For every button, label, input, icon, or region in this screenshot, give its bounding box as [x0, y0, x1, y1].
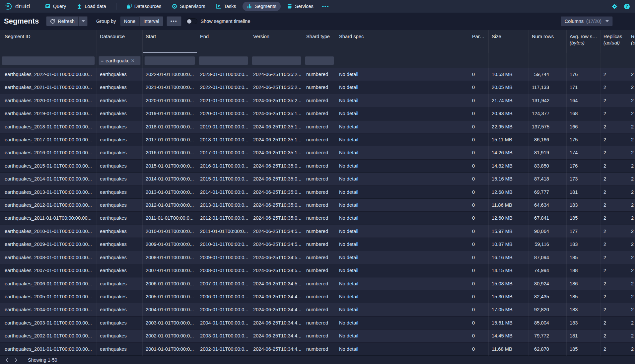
columns-button[interactable]: Columns (17/20) [561, 16, 613, 26]
column-header-version[interactable]: Version [250, 30, 303, 53]
group-by-label: Group by [96, 19, 116, 24]
table-row: earthquakes_2011-01-01T00:00:00.00...ear… [0, 212, 635, 225]
cell-segment-id[interactable]: earthquakes_2021-01-01T00:00:00.00... [0, 81, 97, 94]
filter-input-segment-id[interactable] [2, 56, 95, 65]
group-by-option-none[interactable]: None [120, 16, 140, 26]
nav-item-supervisors[interactable]: Supervisors [168, 2, 210, 11]
help-icon[interactable]: ? [624, 4, 630, 9]
cell-segment-id[interactable]: earthquakes_2015-01-01T00:00:00.00... [0, 160, 97, 173]
nav-item-tasks[interactable]: Tasks [212, 2, 241, 11]
column-header-shard-type[interactable]: Shard type [303, 30, 336, 53]
cell-segment-id[interactable]: earthquakes_2020-01-01T00:00:00.00... [0, 94, 97, 107]
group-by-button-group: NoneInterval [120, 16, 163, 26]
column-label: Shard type [306, 34, 333, 40]
column-label: End [200, 34, 247, 40]
cell-avg-row-size: 174 [567, 146, 600, 159]
chevron-right-icon [14, 358, 18, 362]
column-header-partition[interactable]: Partition [469, 30, 489, 53]
cell-segment-id[interactable]: earthquakes_2022-01-01T00:00:00.00... [0, 68, 97, 81]
cell-size: 11.86 MB [489, 199, 529, 212]
column-header-avg-row-size[interactable]: Avg. row size(bytes) [567, 30, 600, 53]
cell-segment-id[interactable]: earthquakes_2006-01-01T00:00:00.00... [0, 277, 97, 290]
nav-item-load-data[interactable]: Load data [72, 2, 110, 11]
cell-shard-type: numbered [303, 133, 336, 146]
cell-segment-id[interactable]: earthquakes_2014-01-01T00:00:00.00... [0, 173, 97, 185]
cell-datasource: earthquakes [97, 107, 143, 120]
filter-input-version[interactable] [252, 56, 301, 65]
cell-segment-id[interactable]: earthquakes_2002-01-01T00:00:00.00... [0, 329, 97, 342]
cell-segment-id[interactable]: earthquakes_2011-01-01T00:00:00.00... [0, 212, 97, 225]
refresh-split-button: Refresh [46, 16, 88, 26]
cell-datasource: earthquakes [97, 343, 143, 356]
cell-partition: 0 [469, 94, 489, 107]
column-header-size[interactable]: Size [489, 30, 529, 53]
equals-icon: = [101, 58, 104, 63]
nav-item-query[interactable]: Query [41, 2, 71, 11]
previous-page-button[interactable] [3, 356, 11, 364]
cell-replicas: 2 [600, 329, 628, 342]
next-page-button[interactable] [11, 356, 20, 364]
cell-start: 2020-01-01T00:00:0... [143, 94, 197, 107]
refresh-button[interactable]: Refresh [46, 16, 79, 26]
filter-input-shard-type[interactable] [305, 56, 334, 65]
group-by-option-interval[interactable]: Interval [139, 16, 163, 26]
cell-replicas: 2 [600, 225, 628, 238]
cell-segment-id[interactable]: earthquakes_2013-01-01T00:00:00.00... [0, 186, 97, 199]
datasource-filter-chip[interactable]: =earthquake✕ [99, 56, 141, 65]
cell-avg-row-size: 181 [567, 329, 600, 342]
cell-segment-id[interactable]: earthquakes_2016-01-01T00:00:00.00... [0, 146, 97, 159]
cell-num-rows: 59,744 [529, 68, 567, 81]
refresh-options-button[interactable] [79, 16, 88, 26]
remove-filter-icon[interactable]: ✕ [131, 58, 135, 63]
cell-segment-id[interactable]: earthquakes_2003-01-01T00:00:00.00... [0, 317, 97, 329]
cell-segment-id[interactable]: earthquakes_2001-01-01T00:00:00.00... [0, 343, 97, 356]
table-row: earthquakes_2014-01-01T00:00:00.00...ear… [0, 173, 635, 185]
cell-version: 2024-06-25T10:35:2... [250, 81, 303, 94]
column-header-segment-id[interactable]: Segment ID [0, 30, 97, 53]
table-row: earthquakes_2006-01-01T00:00:00.00...ear… [0, 277, 635, 290]
cell-datasource: earthquakes [97, 173, 143, 185]
cell-end: 2008-01-01T00:00:0... [197, 264, 250, 277]
column-header-shard-spec[interactable]: Shard spec [336, 30, 469, 53]
nav-item-services[interactable]: Services [283, 2, 318, 11]
cell-segment-id[interactable]: earthquakes_2009-01-01T00:00:00.00... [0, 238, 97, 251]
segments-toolbar: Segments Refresh Group by NoneInterval •… [0, 13, 635, 30]
cell-replication-factor: 2 [628, 303, 635, 316]
segment-timeline-toggle[interactable] [186, 18, 197, 24]
column-header-end[interactable]: End [197, 30, 250, 53]
cell-segment-id[interactable]: earthquakes_2008-01-01T00:00:00.00... [0, 251, 97, 264]
column-header-start[interactable]: Start [143, 30, 197, 53]
cell-segment-id[interactable]: earthquakes_2018-01-01T00:00:00.00... [0, 120, 97, 133]
nav-divider [116, 3, 116, 10]
cell-segment-id[interactable]: earthquakes_2019-01-01T00:00:00.00... [0, 107, 97, 120]
column-header-datasource[interactable]: Datasource [97, 30, 143, 53]
column-header-replicas[interactable]: Replicas(actual) [600, 30, 628, 53]
toolbar-more-button[interactable]: ••• [167, 16, 181, 26]
cell-shard-type: numbered [303, 238, 336, 251]
nav-item-datasources[interactable]: Datasources [122, 2, 166, 11]
cell-segment-id[interactable]: earthquakes_2017-01-01T00:00:00.00... [0, 133, 97, 146]
cell-end: 2022-01-01T00:00:0... [197, 81, 250, 94]
cell-partition: 0 [469, 199, 489, 212]
cell-segment-id[interactable]: earthquakes_2012-01-01T00:00:00.00... [0, 199, 97, 212]
cell-shard-type: numbered [303, 160, 336, 173]
gear-icon[interactable] [612, 4, 617, 9]
cell-num-rows: 62,870 [529, 343, 567, 356]
column-header-replication-factor[interactable]: Replication factor(configured) [628, 30, 635, 53]
cell-segment-id[interactable]: earthquakes_2005-01-01T00:00:00.00... [0, 290, 97, 303]
cell-partition: 0 [469, 329, 489, 342]
cell-segment-id[interactable]: earthquakes_2007-01-01T00:00:00.00... [0, 264, 97, 277]
cell-segment-id[interactable]: earthquakes_2004-01-01T00:00:00.00... [0, 303, 97, 316]
druid-logo[interactable]: druid [4, 2, 30, 11]
nav-item-segments[interactable]: Segments [243, 2, 281, 11]
num-rows-value: 86,166 [532, 133, 549, 146]
filter-input-start[interactable] [144, 56, 195, 65]
cell-shard-type: numbered [303, 120, 336, 133]
column-header-num-rows[interactable]: Num rows [529, 30, 567, 53]
cell-segment-id[interactable]: earthquakes_2010-01-01T00:00:00.00... [0, 225, 97, 238]
nav-more-button[interactable]: ••• [319, 4, 333, 9]
cell-version: 2024-06-25T10:35:1... [250, 120, 303, 133]
filter-input-end[interactable] [199, 56, 248, 65]
cell-shard-spec: No detail [336, 212, 469, 225]
cell-start: 2014-01-01T00:00:0... [143, 173, 197, 185]
